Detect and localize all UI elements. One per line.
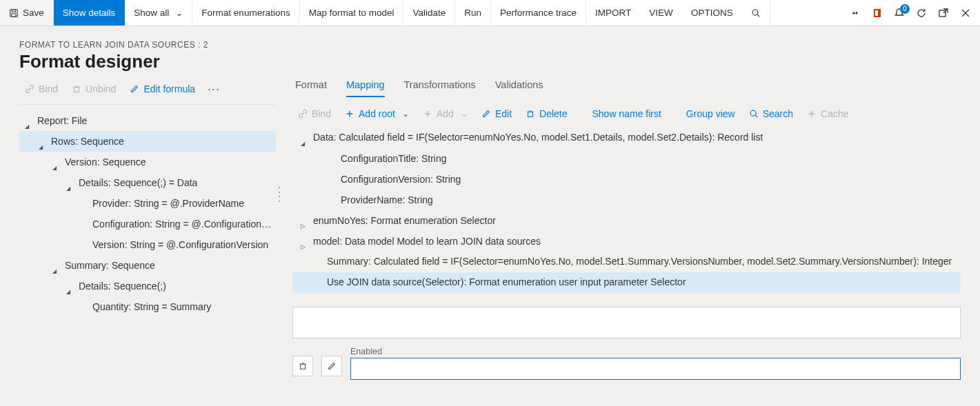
- delete-button[interactable]: Delete: [520, 105, 572, 122]
- tree-label: Report: File: [37, 113, 87, 128]
- svg-line-4: [757, 14, 759, 17]
- enabled-input[interactable]: [350, 358, 961, 380]
- tree-node-rows[interactable]: Rows: Sequence: [19, 131, 276, 152]
- close-icon[interactable]: [959, 7, 972, 19]
- tree-node-quantity[interactable]: Quantity: String = Summary: [19, 296, 276, 317]
- bind-label: Bind: [39, 83, 58, 94]
- tree-label: ConfigurationVersion: String: [341, 172, 461, 187]
- svg-rect-2: [12, 13, 16, 16]
- trash-icon: [526, 109, 535, 119]
- add-label: Add: [437, 108, 454, 119]
- mapping-node-provider-name[interactable]: ProviderName: String: [292, 190, 961, 210]
- tab-mapping[interactable]: Mapping: [346, 77, 385, 97]
- mapping-node-selector[interactable]: Use JOIN data source(Selector): Format e…: [292, 272, 961, 293]
- add-dropdown[interactable]: Add: [417, 105, 473, 122]
- tab-format[interactable]: Format: [295, 77, 327, 97]
- chevron-right-icon[interactable]: [301, 217, 308, 224]
- link-icon: [298, 109, 308, 119]
- mapping-node-config-title[interactable]: ConfigurationTitle: String: [292, 148, 961, 169]
- tab-transformations[interactable]: Transformations: [404, 77, 476, 97]
- show-details-label: Show details: [63, 8, 116, 18]
- unbind-button[interactable]: Unbind: [66, 81, 121, 97]
- chevron-right-icon[interactable]: [301, 238, 308, 245]
- breadcrumb: FORMAT TO LEARN JOIN DATA SOURCES : 2: [19, 40, 961, 50]
- unbind-label: Unbind: [86, 83, 116, 94]
- tree-label: Configuration: String = @.ConfigurationT…: [92, 216, 276, 232]
- chevron-down-icon[interactable]: [301, 134, 308, 141]
- bind-button-right[interactable]: Bind: [292, 105, 337, 122]
- run-button[interactable]: Run: [455, 0, 491, 26]
- left-more-button[interactable]: ···: [203, 82, 224, 97]
- tree-node-version-string[interactable]: Version: String = @.ConfigurationVersion: [19, 234, 276, 255]
- import-menu[interactable]: IMPORT: [586, 0, 640, 26]
- mapping-node-enum[interactable]: enumNoYes: Format enumeration Selector: [292, 210, 961, 231]
- tree-label: Summary: Calculated field = IF(Selector=…: [327, 254, 952, 270]
- performance-trace-label: Performance trace: [500, 8, 577, 18]
- view-menu[interactable]: VIEW: [640, 0, 682, 26]
- tab-validations[interactable]: Validations: [495, 77, 543, 97]
- chevron-down-icon[interactable]: [52, 159, 59, 165]
- svg-line-17: [755, 115, 757, 117]
- page-title: Format designer: [19, 51, 961, 72]
- format-enumerations-button[interactable]: Format enumerations: [192, 0, 299, 26]
- tree-node-version[interactable]: Version: Sequence: [19, 152, 276, 172]
- mapping-node-config-version[interactable]: ConfigurationVersion: String: [292, 169, 961, 190]
- group-view-button[interactable]: Group view: [681, 105, 741, 122]
- save-button[interactable]: Save: [0, 0, 54, 26]
- options-label: OPTIONS: [691, 8, 733, 18]
- chevron-down-icon[interactable]: [25, 117, 32, 124]
- notification-bell-icon[interactable]: 0: [893, 7, 906, 19]
- mapping-node-model[interactable]: model: Data model Model to learn JOIN da…: [292, 231, 961, 252]
- performance-trace-button[interactable]: Performance trace: [491, 0, 586, 26]
- tree-node-summary[interactable]: Summary: Sequence: [19, 255, 276, 276]
- refresh-icon[interactable]: [915, 7, 928, 19]
- right-toolbar: Bind Add root Add Edit Delete Show name …: [292, 97, 961, 128]
- add-root-dropdown[interactable]: Add root: [339, 105, 414, 122]
- show-name-first-button[interactable]: Show name first: [586, 105, 666, 122]
- map-format-to-model-button[interactable]: Map format to model: [300, 0, 404, 26]
- ribbon-spacer: [770, 0, 841, 26]
- pane-left: Bind Unbind Edit formula ··· Report: Fil…: [19, 77, 276, 317]
- right-tabs: Format Mapping Transformations Validatio…: [292, 77, 961, 97]
- chevron-down-icon[interactable]: [66, 179, 73, 186]
- split-handle[interactable]: [279, 187, 283, 202]
- tree-node-details[interactable]: Details: Sequence(;) = Data: [19, 172, 276, 193]
- search-label: Search: [763, 108, 793, 119]
- bottom-delete-button[interactable]: [292, 356, 313, 376]
- office-icon[interactable]: [871, 7, 883, 19]
- map-format-label: Map format to model: [309, 8, 394, 18]
- chevron-down-icon[interactable]: [39, 138, 46, 145]
- label-rest: Format enumeration user input parameter …: [466, 276, 686, 287]
- tree-node-configuration[interactable]: Configuration: String = @.ConfigurationT…: [19, 214, 276, 234]
- chevron-down-icon[interactable]: [52, 262, 59, 269]
- bottom-edit-button[interactable]: [321, 356, 342, 376]
- mapping-node-data[interactable]: Data: Calculated field = IF(Selector=enu…: [292, 128, 961, 148]
- validate-button[interactable]: Validate: [403, 0, 455, 26]
- search-button[interactable]: Search: [743, 105, 799, 122]
- edit-formula-button[interactable]: Edit formula: [124, 81, 201, 97]
- ribbon-search-button[interactable]: [742, 0, 770, 26]
- edit-button[interactable]: Edit: [476, 105, 517, 122]
- show-name-first-label: Show name first: [592, 108, 661, 119]
- delete-label: Delete: [539, 108, 567, 119]
- trash-icon: [72, 84, 81, 94]
- tree-node-provider[interactable]: Provider: String = @.ProviderName: [19, 193, 276, 214]
- options-menu[interactable]: OPTIONS: [682, 0, 742, 26]
- bind-button[interactable]: Bind: [19, 81, 63, 97]
- tree-label: Rows: Sequence: [51, 134, 124, 149]
- chevron-down-icon[interactable]: [66, 283, 73, 290]
- tree-node-report[interactable]: Report: File: [19, 110, 276, 131]
- svg-rect-10: [74, 87, 79, 92]
- main-panes: Bind Unbind Edit formula ··· Report: Fil…: [0, 77, 980, 380]
- svg-point-3: [752, 10, 758, 15]
- cache-button[interactable]: Cache: [801, 105, 854, 122]
- pencil-icon: [130, 84, 139, 94]
- mapping-node-summary[interactable]: Summary: Calculated field = IF(Selector=…: [292, 252, 961, 272]
- left-toolbar: Bind Unbind Edit formula ···: [19, 77, 276, 105]
- tree-node-details2[interactable]: Details: Sequence(;): [19, 276, 276, 296]
- trash-icon: [298, 361, 308, 371]
- diamond-icon[interactable]: [849, 7, 861, 19]
- show-all-dropdown[interactable]: Show all: [125, 0, 192, 26]
- show-details-button[interactable]: Show details: [54, 0, 126, 26]
- popout-icon[interactable]: [937, 7, 950, 19]
